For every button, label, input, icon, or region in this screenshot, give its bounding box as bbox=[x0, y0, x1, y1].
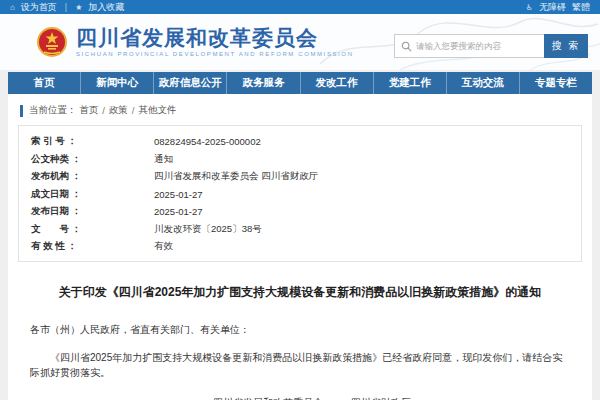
breadcrumb-separator: / bbox=[102, 105, 105, 116]
table-row: 有 效 性 ： 有效 bbox=[19, 238, 581, 256]
signer-ndrc: 四川省发展和改革委员会 bbox=[213, 397, 323, 400]
breadcrumb-other-docs[interactable]: 其他文件 bbox=[138, 104, 176, 117]
breadcrumb: 当前位置： 首页 / 政策 / 其他文件 bbox=[8, 104, 592, 117]
content-area: 当前位置： 首页 / 政策 / 其他文件 索 引 号 ： 082824954-2… bbox=[8, 94, 592, 400]
document-meta-table: 索 引 号 ： 082824954-2025-000002 公文种类 ： 通知 … bbox=[18, 125, 582, 262]
table-row: 公文种类 ： 通知 bbox=[19, 151, 581, 169]
meta-value-doc-type: 通知 bbox=[154, 153, 173, 166]
meta-label-doc-number: 文 号 ： bbox=[19, 223, 154, 236]
nav-item-party-building[interactable]: 党建工作 bbox=[374, 72, 447, 94]
search-icon bbox=[401, 41, 412, 52]
search-area: 搜 索 bbox=[394, 34, 588, 58]
document-salutation: 各市（州）人民政府，省直有关部门、有关单位： bbox=[30, 323, 570, 337]
nav-item-ndrc-work[interactable]: 发改工作 bbox=[301, 72, 374, 94]
signer-finance-dept: 四川省财政厅 bbox=[351, 397, 411, 400]
table-row: 发布日期 ： 2025-01-27 bbox=[19, 203, 581, 221]
traditional-chinese-link[interactable]: 繁體 bbox=[572, 1, 590, 14]
nav-item-news[interactable]: 新闻中心 bbox=[81, 72, 154, 94]
meta-value-issuing-agency: 四川省发展和改革委员会 四川省财政厅 bbox=[154, 170, 318, 183]
search-input[interactable] bbox=[416, 41, 538, 51]
site-title: 四川省发展和改革委员会 bbox=[76, 27, 354, 49]
nav-item-info-disclosure[interactable]: 政府信息公开 bbox=[154, 72, 227, 94]
site-title-english: SICHUAN PROVINCIAL DEVELOPMENT AND REFOR… bbox=[76, 51, 354, 57]
add-favorite-link[interactable]: 加入收藏 bbox=[88, 1, 124, 14]
breadcrumb-label: 当前位置： bbox=[29, 104, 77, 117]
favorite-icon: ★ bbox=[75, 3, 82, 12]
meta-label-index-number: 索 引 号 ： bbox=[19, 135, 154, 148]
table-row: 发布机构 ： 四川省发展和改革委员会 四川省财政厅 bbox=[19, 168, 581, 186]
nav-item-home[interactable]: 首页 bbox=[8, 72, 81, 94]
signature-row: 四川省发展和改革委员会 四川省财政厅 bbox=[8, 396, 592, 400]
accessibility-icon: ♿ bbox=[526, 3, 533, 12]
meta-label-written-date: 成文日期 ： bbox=[19, 188, 154, 201]
site-header: 四川省发展和改革委员会 SICHUAN PROVINCIAL DEVELOPME… bbox=[0, 14, 600, 70]
home-icon: ⌂ bbox=[10, 3, 15, 12]
meta-value-written-date: 2025-01-27 bbox=[154, 189, 203, 200]
top-utility-bar: ⌂ 设为首页 | ★ 加入收藏 ♿ 无障碍 繁體 bbox=[0, 0, 600, 14]
breadcrumb-separator: / bbox=[132, 105, 135, 116]
search-button[interactable]: 搜 索 bbox=[544, 34, 588, 58]
nav-item-interaction[interactable]: 互动交流 bbox=[447, 72, 520, 94]
meta-label-doc-type: 公文种类 ： bbox=[19, 153, 154, 166]
breadcrumb-accent-bar bbox=[20, 105, 23, 117]
meta-label-publish-date: 发布日期 ： bbox=[19, 205, 154, 218]
nav-item-special-topics[interactable]: 专题专栏 bbox=[520, 72, 592, 94]
table-row: 文 号 ： 川发改环资〔2025〕38号 bbox=[19, 221, 581, 239]
meta-label-issuing-agency: 发布机构 ： bbox=[19, 170, 154, 183]
national-emblem-logo bbox=[36, 26, 68, 58]
table-row: 索 引 号 ： 082824954-2025-000002 bbox=[19, 133, 581, 151]
topbar-divider: | bbox=[65, 2, 67, 12]
nav-item-services[interactable]: 政务服务 bbox=[227, 72, 300, 94]
meta-value-validity: 有效 bbox=[154, 240, 173, 253]
main-nav: 首页 新闻中心 政府信息公开 政务服务 发改工作 党建工作 互动交流 专题专栏 bbox=[8, 72, 592, 94]
accessibility-link[interactable]: 无障碍 bbox=[539, 1, 566, 14]
set-homepage-link[interactable]: 设为首页 bbox=[21, 1, 57, 14]
meta-value-doc-number: 川发改环资〔2025〕38号 bbox=[154, 223, 262, 236]
meta-label-validity: 有 效 性 ： bbox=[19, 240, 154, 253]
table-row: 成文日期 ： 2025-01-27 bbox=[19, 186, 581, 204]
document-title: 关于印发《四川省2025年加力扩围支持大规模设备更新和消费品以旧换新政策措施》的… bbox=[8, 284, 592, 301]
meta-value-index-number: 082824954-2025-000002 bbox=[154, 136, 261, 147]
breadcrumb-home[interactable]: 首页 bbox=[79, 104, 98, 117]
document-body-paragraph: 《四川省2025年加力扩围支持大规模设备更新和消费品以旧换新政策措施》已经省政府… bbox=[30, 350, 570, 380]
meta-value-publish-date: 2025-01-27 bbox=[154, 206, 203, 217]
breadcrumb-policy[interactable]: 政策 bbox=[109, 104, 128, 117]
